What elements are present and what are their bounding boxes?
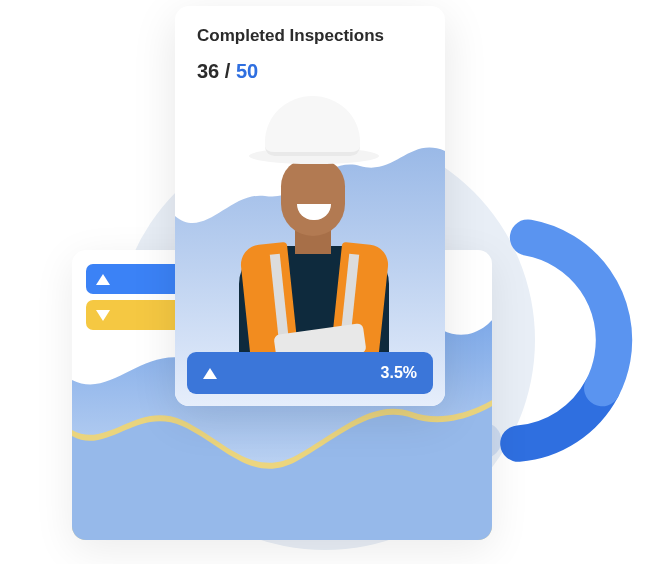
triangle-up-icon	[96, 274, 110, 285]
triangle-down-icon	[96, 310, 110, 321]
triangle-up-icon	[203, 368, 217, 379]
total-value: 50	[236, 60, 258, 82]
completed-value: 36	[197, 60, 219, 82]
metric-bar: 3.5%	[187, 352, 433, 394]
inspection-count: 36 / 50	[175, 56, 445, 93]
metric-percentage: 3.5%	[381, 364, 417, 382]
worker-photo	[215, 102, 410, 357]
card-title: Completed Inspections	[175, 6, 445, 56]
inspections-card: Completed Inspections 36 / 50 3.5%	[175, 6, 445, 406]
count-separator: /	[219, 60, 236, 82]
